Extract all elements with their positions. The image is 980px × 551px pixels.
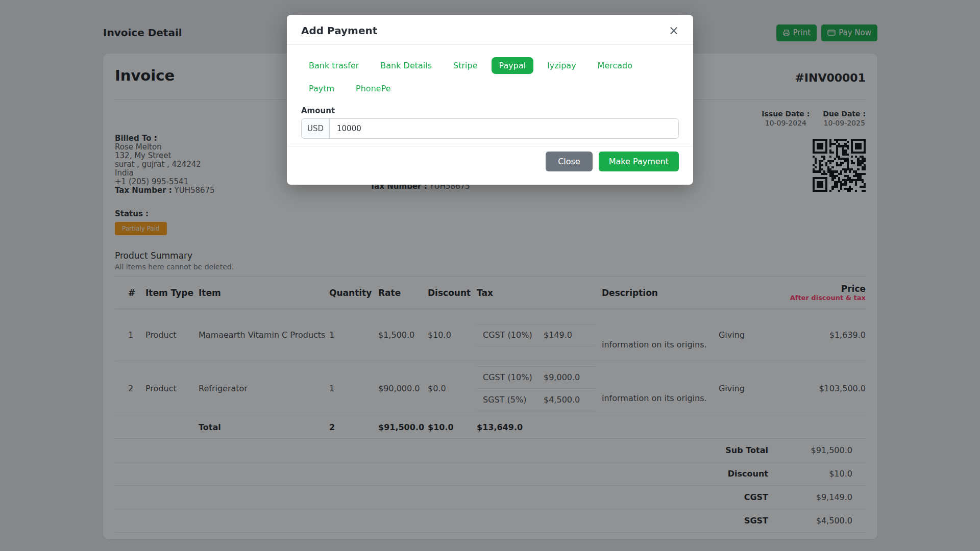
tab-paypal[interactable]: Paypal — [492, 57, 534, 74]
tab-phonepe[interactable]: PhonePe — [348, 80, 398, 97]
close-button[interactable]: Close — [546, 152, 593, 171]
make-payment-button[interactable]: Make Payment — [599, 152, 679, 171]
tab-mercado[interactable]: Mercado — [590, 57, 640, 74]
modal-title: Add Payment — [301, 24, 377, 37]
add-payment-modal: Add Payment × Bank trasfer Bank Details … — [287, 15, 693, 185]
tab-paytm[interactable]: Paytm — [301, 80, 342, 97]
currency-addon: USD — [301, 118, 329, 139]
close-icon[interactable]: × — [669, 26, 679, 36]
amount-label: Amount — [301, 106, 679, 115]
tab-bank-details[interactable]: Bank Details — [373, 57, 439, 74]
amount-input[interactable] — [329, 118, 679, 139]
amount-input-group: USD — [301, 118, 679, 139]
tab-iyzipay[interactable]: Iyzipay — [540, 57, 583, 74]
tab-bank-transfer[interactable]: Bank trasfer — [301, 57, 366, 74]
tab-stripe[interactable]: Stripe — [446, 57, 485, 74]
payment-method-tabs: Bank trasfer Bank Details Stripe Paypal … — [301, 57, 679, 97]
